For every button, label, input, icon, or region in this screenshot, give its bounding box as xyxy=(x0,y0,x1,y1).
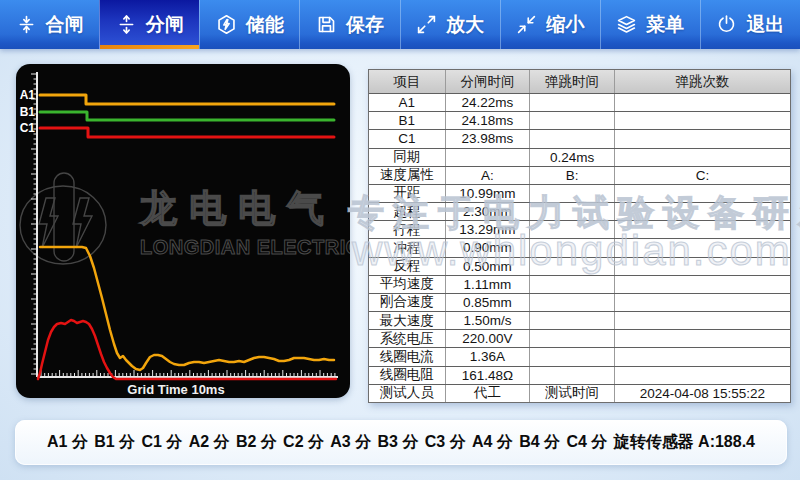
toolbar-button-label: 分闸 xyxy=(146,12,184,38)
table-cell: 0.24ms xyxy=(530,149,615,166)
table-cell xyxy=(615,112,790,129)
trace-A1 xyxy=(40,95,334,104)
menu-icon xyxy=(616,14,637,35)
trace-label-B1: B1 xyxy=(20,105,36,119)
table-cell xyxy=(615,348,790,365)
table-row: 超程2.30mm xyxy=(369,202,790,220)
table-cell: 冲程 xyxy=(369,239,446,256)
table-cell: C1 xyxy=(369,130,446,147)
breaker-analyzer-screen: 合闸分闸储能保存放大缩小菜单退出 龙电电气LONGDIAN ELECTRICA1… xyxy=(0,0,800,480)
open-switch-icon xyxy=(116,14,137,35)
toolbar-button-open[interactable]: 分闸 xyxy=(99,0,199,49)
toolbar-button-label: 菜单 xyxy=(646,12,684,38)
table-header-cell: 弹跳次数 xyxy=(615,70,790,93)
table-cell xyxy=(530,330,615,347)
table-cell xyxy=(615,221,790,238)
table-row: 最大速度1.50m/s xyxy=(369,311,790,329)
table-cell: 测试时间 xyxy=(530,385,615,402)
trace-travel-curve xyxy=(40,247,334,370)
table-cell: 23.98ms xyxy=(446,130,531,147)
table-cell: 速度属性 xyxy=(369,167,446,184)
table-cell: 刚合速度 xyxy=(369,294,446,311)
phase-status-item: C4 分 xyxy=(566,432,607,453)
toolbar: 合闸分闸储能保存放大缩小菜单退出 xyxy=(0,0,800,49)
longdian-logo-watermark xyxy=(20,173,106,264)
table-row: 速度属性A:B:C: xyxy=(369,166,790,184)
phase-status-item: B3 分 xyxy=(378,432,419,453)
table-cell xyxy=(530,94,615,111)
table-cell xyxy=(530,203,615,220)
table-cell xyxy=(615,367,790,384)
phase-status-item: C1 分 xyxy=(141,432,182,453)
table-cell xyxy=(615,330,790,347)
table-cell: 220.00V xyxy=(446,330,531,347)
table-row: 线圈电阻161.48Ω xyxy=(369,366,790,384)
zoom-out-icon xyxy=(516,14,537,35)
table-row: A124.22ms xyxy=(369,93,790,111)
table-cell xyxy=(615,94,790,111)
table-cell xyxy=(530,112,615,129)
table-cell xyxy=(615,203,790,220)
phase-status-item: A1 分 xyxy=(47,432,88,453)
grid-time-label: Grid Time 10ms xyxy=(127,382,224,397)
table-header-row: 项目分闸时间弹跳时间弹跳次数 xyxy=(369,70,790,93)
table-cell: 反程 xyxy=(369,258,446,275)
toolbar-button-close[interactable]: 合闸 xyxy=(0,0,99,49)
table-cell: B: xyxy=(530,167,615,184)
table-cell: 1.50m/s xyxy=(446,312,531,329)
waveform-chart: 龙电电气LONGDIAN ELECTRICA1B1C1Grid Time 10m… xyxy=(16,64,350,398)
phase-status-item: A2 分 xyxy=(189,432,230,453)
status-bar: A1 分B1 分C1 分A2 分B2 分C2 分A3 分B3 分C3 分A4 分… xyxy=(15,420,787,465)
table-cell xyxy=(530,348,615,365)
table-header-cell: 弹跳时间 xyxy=(530,70,615,93)
table-cell: 24.22ms xyxy=(446,94,531,111)
table-row: 线圈电流1.36A xyxy=(369,347,790,365)
table-cell xyxy=(530,239,615,256)
table-cell: 13.29mm xyxy=(446,221,531,238)
toolbar-button-menu[interactable]: 菜单 xyxy=(600,0,700,49)
table-cell xyxy=(615,239,790,256)
zoom-in-icon xyxy=(416,14,437,35)
table-row: 系统电压220.00V xyxy=(369,329,790,347)
toolbar-button-charge[interactable]: 储能 xyxy=(199,0,299,49)
table-row: 反程0.50mm xyxy=(369,257,790,275)
table-cell xyxy=(530,294,615,311)
table-cell: 0.50mm xyxy=(446,258,531,275)
table-cell: 0.85mm xyxy=(446,294,531,311)
table-cell: 最大速度 xyxy=(369,312,446,329)
table-row: 同期0.24ms xyxy=(369,148,790,166)
phase-status-item: B1 分 xyxy=(94,432,135,453)
toolbar-button-zoom-in[interactable]: 放大 xyxy=(400,0,500,49)
table-cell: 2024-04-08 15:55:22 xyxy=(615,385,790,402)
toolbar-button-save[interactable]: 保存 xyxy=(299,0,399,49)
phase-status-item: A4 分 xyxy=(472,432,513,453)
table-cell: 2.30mm xyxy=(446,203,531,220)
table-cell: 开距 xyxy=(369,185,446,202)
table-cell: 测试人员 xyxy=(369,385,446,402)
rotation-sensor-reading: 旋转传感器 A:188.4 xyxy=(614,432,755,453)
trace-label-A1: A1 xyxy=(20,88,36,102)
table-row: 刚合速度0.85mm xyxy=(369,293,790,311)
table-row: B124.18ms xyxy=(369,111,790,129)
table-cell xyxy=(530,221,615,238)
table-cell: 10.99mm xyxy=(446,185,531,202)
toolbar-button-label: 退出 xyxy=(746,12,784,38)
energy-icon xyxy=(216,14,237,35)
table-cell: C: xyxy=(615,167,790,184)
table-row: 测试人员代工测试时间2024-04-08 15:55:22 xyxy=(369,384,790,402)
table-cell: 161.48Ω xyxy=(446,367,531,384)
table-row: 冲程0.90mm xyxy=(369,238,790,256)
results-table: 项目分闸时间弹跳时间弹跳次数A124.22msB124.18msC123.98m… xyxy=(368,69,791,403)
table-cell xyxy=(615,312,790,329)
table-cell xyxy=(446,149,531,166)
save-icon xyxy=(316,14,337,35)
toolbar-button-zoom-out[interactable]: 缩小 xyxy=(500,0,600,49)
table-header-cell: 项目 xyxy=(369,70,446,93)
table-cell: 1.11mm xyxy=(446,276,531,293)
table-cell xyxy=(615,258,790,275)
toolbar-button-label: 缩小 xyxy=(546,12,584,38)
table-cell: B1 xyxy=(369,112,446,129)
phase-status-item: C3 分 xyxy=(425,432,466,453)
toolbar-button-exit[interactable]: 退出 xyxy=(700,0,800,49)
logo-en-text: LONGDIAN ELECTRIC xyxy=(140,236,350,258)
